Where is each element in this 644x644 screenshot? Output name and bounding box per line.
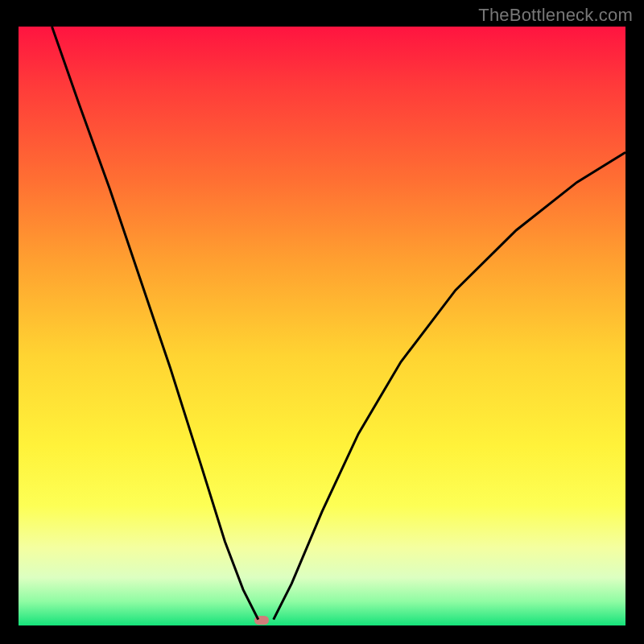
watermark-text: TheBottleneck.com (478, 5, 633, 26)
curve-path (52, 27, 626, 620)
bottleneck-curve (19, 27, 625, 625)
outer-frame: TheBottleneck.com (0, 0, 644, 644)
plot-area (19, 27, 625, 625)
